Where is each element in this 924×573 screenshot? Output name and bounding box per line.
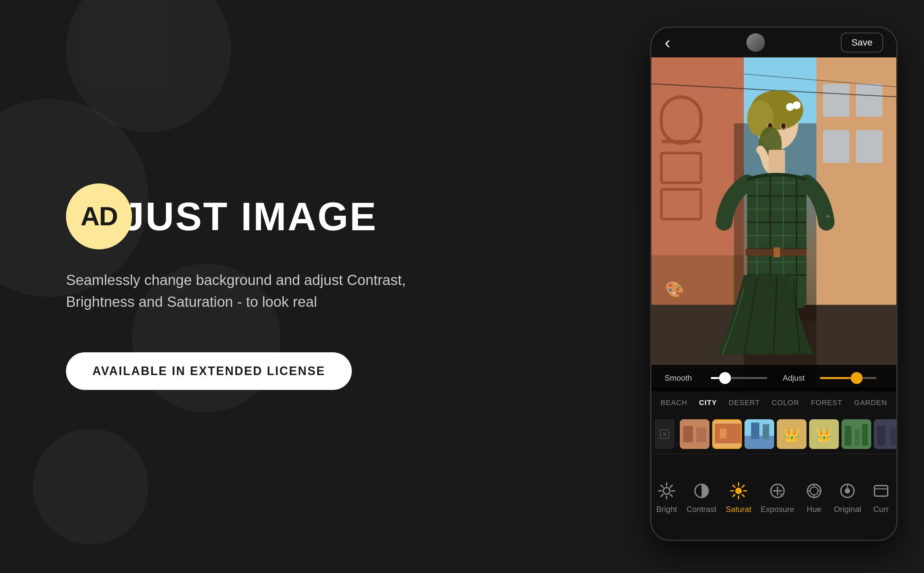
tool-curr[interactable]: Curr (871, 480, 892, 514)
filter-thumb-6[interactable] (841, 419, 871, 449)
tool-exposure[interactable]: Exposure (761, 480, 794, 514)
sliders-container: Smooth Adjust (651, 365, 896, 391)
svg-text:👑: 👑 (816, 427, 832, 442)
filter-tab-color[interactable]: COLOR (767, 396, 803, 410)
svg-point-21 (786, 103, 794, 111)
subtitle-line2: Brightness and Saturation - to look real (66, 294, 317, 310)
title-badge: AD (66, 183, 132, 249)
photo-area: 🎨 (651, 57, 896, 387)
filter-thumb-5[interactable]: 👑 (809, 419, 839, 449)
filter-thumb-7[interactable] (874, 419, 897, 449)
tool-bright[interactable]: Bright (656, 480, 677, 514)
svg-line-76 (670, 495, 672, 496)
filter-tab-garden[interactable]: GARDEN (849, 396, 892, 410)
tool-hue-label: Hue (807, 505, 821, 514)
tool-hue[interactable]: Hue (803, 480, 825, 514)
filter-thumb-empty[interactable] (655, 419, 675, 449)
svg-rect-68 (877, 426, 885, 446)
svg-rect-64 (845, 426, 851, 446)
main-title: JUST IMAGE (122, 197, 377, 236)
svg-rect-9 (823, 84, 849, 117)
svg-rect-69 (890, 427, 897, 446)
filter-thumb-4[interactable]: 👑 (777, 419, 807, 449)
svg-rect-57 (751, 423, 760, 439)
svg-rect-102 (874, 485, 888, 496)
svg-line-87 (742, 485, 744, 487)
phone-frame: ‹ Save 🎨 (650, 27, 897, 541)
svg-point-100 (845, 488, 850, 493)
filter-thumb-3[interactable] (744, 419, 774, 449)
title-row: AD JUST IMAGE (66, 183, 528, 249)
svg-rect-58 (763, 424, 769, 439)
filter-tabs: BEACH CITY DESERT COLOR FOREST GARDEN (651, 391, 896, 414)
slider-smooth-track[interactable] (711, 377, 767, 379)
curr-icon (871, 480, 892, 501)
save-button[interactable]: Save (841, 33, 883, 52)
subtitle-line1: Seamlessly change background and adjust … (66, 272, 406, 288)
slider-adjust-track[interactable] (820, 377, 877, 379)
svg-rect-53 (715, 424, 741, 443)
svg-rect-50 (683, 426, 693, 442)
tool-exposure-label: Exposure (761, 505, 794, 514)
svg-rect-3 (661, 140, 701, 143)
tool-saturation[interactable]: Saturat (726, 480, 751, 514)
svg-rect-51 (696, 427, 706, 442)
avatar (747, 33, 765, 52)
bottom-toolbar: Bright Contrast (651, 454, 896, 540)
badge-text: AD (80, 201, 117, 232)
svg-line-85 (733, 485, 735, 487)
svg-point-94 (810, 487, 818, 495)
slider-smooth-label: Smooth (665, 373, 704, 383)
contrast-icon (691, 480, 712, 501)
svg-rect-65 (855, 429, 860, 446)
subtitle: Seamlessly change background and adjust … (66, 269, 429, 313)
tool-original[interactable]: Original (834, 480, 861, 514)
phone-mockup: ‹ Save 🎨 (650, 27, 897, 541)
svg-point-26 (781, 123, 786, 129)
filter-tab-city[interactable]: CITY (694, 396, 721, 410)
svg-rect-10 (856, 84, 882, 117)
exposure-icon (767, 480, 788, 501)
svg-point-70 (663, 488, 670, 494)
svg-rect-11 (823, 130, 849, 163)
tool-contrast[interactable]: Contrast (686, 480, 716, 514)
svg-point-80 (735, 488, 742, 494)
svg-line-75 (661, 485, 663, 487)
filter-thumbnails: 👑 👑 (651, 414, 896, 454)
svg-rect-54 (720, 429, 726, 438)
slider-adjust-label: Adjust (774, 373, 813, 383)
license-button[interactable]: AVAILABLE IN EXTENDED LICENSE (66, 352, 352, 390)
filter-thumb-2[interactable] (712, 419, 742, 449)
back-button[interactable]: ‹ (665, 33, 670, 52)
hue-icon (803, 480, 825, 501)
svg-line-78 (661, 495, 663, 496)
filter-thumb-1[interactable] (680, 419, 709, 449)
svg-rect-12 (856, 130, 882, 163)
svg-text:👑: 👑 (783, 427, 800, 442)
svg-rect-43 (774, 247, 780, 257)
tool-contrast-label: Contrast (686, 505, 716, 514)
svg-text:🎨: 🎨 (665, 280, 684, 299)
photo-svg: 🎨 (651, 57, 896, 387)
original-icon (837, 480, 858, 501)
svg-rect-66 (862, 424, 868, 446)
svg-line-86 (742, 495, 744, 496)
filter-tab-forest[interactable]: FOREST (806, 396, 847, 410)
svg-line-77 (670, 485, 672, 487)
left-panel: AD JUST IMAGE Seamlessly change backgrou… (0, 0, 528, 573)
tool-bright-label: Bright (656, 505, 677, 514)
svg-rect-45 (769, 150, 785, 176)
phone-topbar: ‹ Save (651, 28, 896, 57)
filter-tab-beach[interactable]: BEACH (656, 396, 692, 410)
tool-curr-label: Curr (873, 505, 889, 514)
svg-line-88 (733, 495, 735, 496)
svg-text:✦: ✦ (825, 213, 831, 221)
filter-tab-desert[interactable]: DESERT (724, 396, 764, 410)
tool-saturation-label: Saturat (726, 505, 751, 514)
bright-icon (656, 480, 677, 501)
tool-original-label: Original (834, 505, 861, 514)
saturation-icon (728, 480, 749, 501)
svg-point-22 (792, 101, 800, 109)
